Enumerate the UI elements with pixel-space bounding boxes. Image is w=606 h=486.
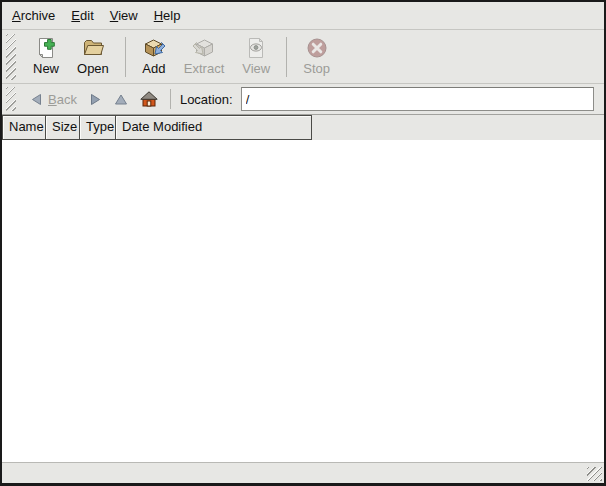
stop-button[interactable]: Stop [294,33,339,80]
open-archive-icon [81,36,105,60]
home-icon [140,91,158,107]
toolbar: New Open Add [2,30,604,83]
column-header-size[interactable]: Size [45,115,80,140]
up-icon [114,93,128,106]
back-button-label: Back [48,92,77,107]
navbar-separator [170,89,171,109]
column-header-name[interactable]: Name [2,115,46,140]
new-button-label: New [33,61,59,76]
view-file-icon [244,36,268,60]
add-button[interactable]: Add [133,33,175,80]
file-list-panel: Name Size Type Date Modified [2,115,604,462]
menu-archive[interactable]: Archive [4,5,63,27]
column-header-type[interactable]: Type [79,115,116,140]
up-button[interactable] [108,90,134,109]
extract-icon [192,36,216,60]
file-list[interactable] [2,140,604,462]
menu-edit[interactable]: Edit [63,5,101,27]
add-files-icon [142,36,166,60]
new-archive-icon [34,36,58,60]
menu-edit-label: E [71,8,80,23]
toolbar-separator [286,37,287,77]
extract-button-label: Extract [184,61,224,76]
toolbar-separator [125,37,126,77]
navbar-drag-handle[interactable] [6,87,16,111]
archive-manager-window: Archive Edit View Help New [0,0,606,486]
menu-help[interactable]: Help [146,5,189,27]
menu-view[interactable]: View [102,5,146,27]
column-header-filler [312,115,604,140]
view-button[interactable]: View [233,33,279,80]
menu-help-label: H [154,8,163,23]
location-input[interactable] [241,87,594,111]
new-button[interactable]: New [24,33,68,80]
column-header-row: Name Size Type Date Modified [2,115,604,140]
back-button[interactable]: Back [24,89,83,110]
toolbar-drag-handle[interactable] [6,34,16,80]
open-button-label: Open [77,61,109,76]
resize-grip[interactable] [587,467,602,481]
forward-button[interactable] [83,90,108,109]
stop-icon [305,36,329,60]
location-label: Location: [180,92,233,107]
status-bar [2,463,604,483]
column-header-date-modified[interactable]: Date Modified [115,115,312,140]
open-button[interactable]: Open [68,33,118,80]
back-icon [30,93,43,106]
view-button-label: View [242,61,270,76]
menu-bar: Archive Edit View Help [2,2,604,29]
menu-view-label: V [110,8,118,23]
menu-archive-label: A [12,8,21,23]
add-button-label: Add [142,61,165,76]
stop-button-label: Stop [303,61,330,76]
extract-button[interactable]: Extract [175,33,233,80]
forward-icon [89,93,102,106]
home-button[interactable] [134,88,164,110]
navigation-bar: Back Location: [2,84,604,114]
